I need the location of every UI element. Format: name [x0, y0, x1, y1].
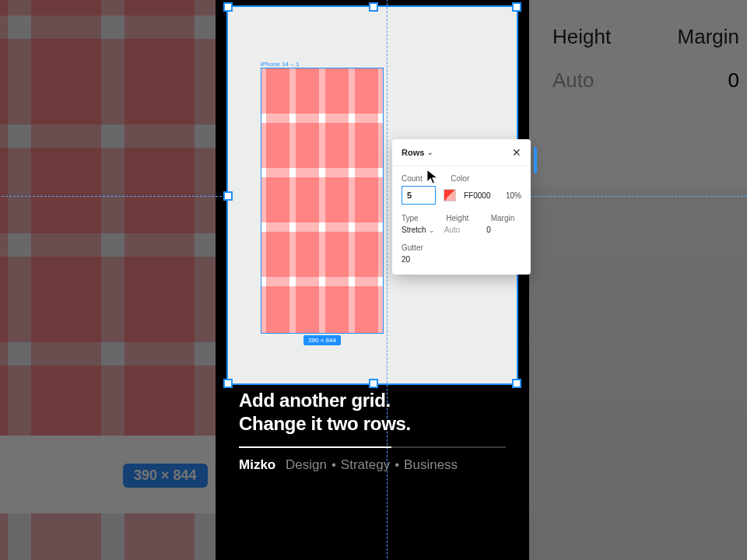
resize-handle-ml[interactable]	[223, 191, 233, 201]
design-canvas[interactable]: iPhone 14 – 1 390 × 844	[226, 5, 518, 385]
grid-settings-panel[interactable]: Rows ⌄ ✕ Count Color 5 FF0000 10%	[392, 139, 531, 275]
chevron-down-icon: ⌄	[427, 149, 433, 156]
color-label: Color	[451, 174, 521, 183]
resize-handle-br[interactable]	[512, 379, 521, 388]
guide-vertical	[387, 0, 388, 560]
margin-input[interactable]: 0	[486, 226, 521, 234]
caption-line1: Add another grid.	[239, 389, 506, 412]
overlay-left	[0, 0, 216, 560]
stage: 390 × 844 Height Margin Auto 0 iPhone 14…	[0, 0, 747, 560]
layout-grid	[261, 68, 383, 333]
frame-size-badge: 390 × 844	[303, 335, 341, 345]
count-label: Count	[402, 174, 437, 183]
height-value: Auto	[444, 226, 479, 234]
resize-handle-bl[interactable]	[223, 379, 233, 388]
byline: Mizko Design•Strategy•Business	[239, 457, 506, 473]
gutter-input[interactable]: 20	[402, 255, 410, 264]
author-name: Mizko	[239, 457, 275, 472]
type-label: Type	[402, 214, 432, 222]
panel-scrollbar[interactable]	[534, 147, 537, 173]
panel-title: Rows	[402, 148, 424, 157]
caption: Add another grid. Change it two rows. Mi…	[239, 389, 506, 473]
type-dropdown[interactable]: Stretch ⌄	[402, 226, 437, 234]
phone-column: iPhone 14 – 1 390 × 844	[216, 0, 529, 560]
height-label: Height	[446, 214, 476, 222]
tag-design: Design	[286, 457, 327, 472]
panel-type-dropdown[interactable]: Rows ⌄	[402, 148, 433, 157]
iphone-frame[interactable]: 390 × 844	[261, 68, 384, 334]
resize-handle-bm[interactable]	[369, 379, 378, 388]
color-swatch[interactable]	[444, 189, 456, 201]
resize-handle-tr[interactable]	[512, 2, 521, 12]
resize-handle-tm[interactable]	[369, 2, 378, 12]
caption-line2: Change it two rows.	[239, 412, 506, 436]
frame-label[interactable]: iPhone 14 – 1	[261, 61, 299, 68]
count-input[interactable]: 5	[402, 186, 436, 205]
progress-bar[interactable]	[239, 446, 506, 448]
color-hex[interactable]: FF0000	[464, 191, 490, 200]
gutter-label: Gutter	[402, 243, 521, 252]
type-value: Stretch	[402, 226, 426, 234]
overlay-right	[529, 0, 747, 560]
resize-handle-tl[interactable]	[223, 2, 233, 12]
tag-strategy: Strategy	[341, 457, 390, 472]
close-icon[interactable]: ✕	[512, 147, 521, 158]
tag-business: Business	[404, 457, 458, 472]
chevron-down-icon: ⌄	[429, 226, 435, 234]
margin-label: Margin	[491, 214, 521, 222]
progress-fill	[239, 446, 391, 448]
color-opacity[interactable]: 10%	[506, 191, 521, 200]
